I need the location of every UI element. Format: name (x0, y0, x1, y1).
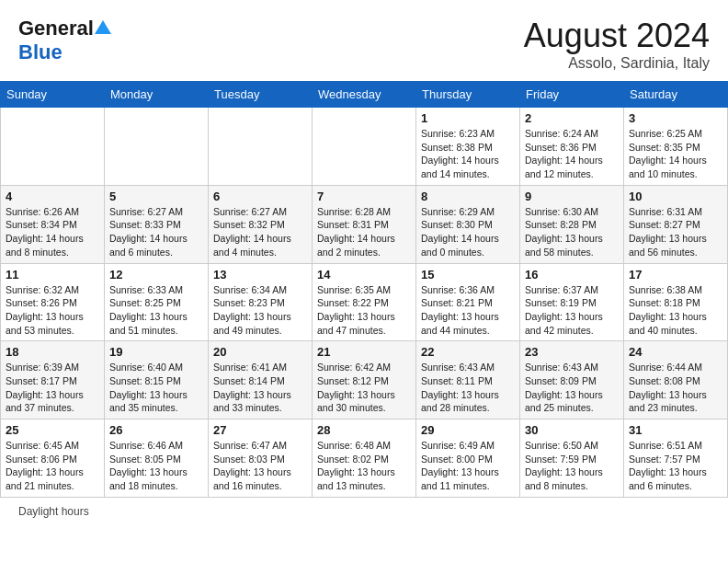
day-number: 10 (629, 190, 722, 203)
calendar-week-row: 4Sunrise: 6:26 AM Sunset: 8:34 PM Daylig… (1, 185, 728, 263)
day-info: Sunrise: 6:51 AM Sunset: 7:57 PM Dayligh… (629, 439, 722, 493)
day-info: Sunrise: 6:27 AM Sunset: 8:32 PM Dayligh… (213, 205, 307, 259)
day-info: Sunrise: 6:42 AM Sunset: 8:12 PM Dayligh… (317, 361, 411, 415)
weekday-header-cell: Saturday (624, 82, 728, 108)
page-header: General Blue August 2024 Assolo, Sardini… (0, 0, 728, 81)
day-number: 5 (109, 190, 203, 203)
day-info: Sunrise: 6:50 AM Sunset: 7:59 PM Dayligh… (525, 439, 619, 493)
calendar-day-cell: 18Sunrise: 6:39 AM Sunset: 8:17 PM Dayli… (1, 341, 105, 419)
weekday-header-cell: Monday (105, 82, 209, 108)
calendar-day-cell: 8Sunrise: 6:29 AM Sunset: 8:30 PM Daylig… (416, 185, 520, 263)
weekday-header-cell: Sunday (1, 82, 105, 108)
title-block: August 2024 Assolo, Sardinia, Italy (524, 17, 710, 72)
day-info: Sunrise: 6:26 AM Sunset: 8:34 PM Dayligh… (6, 205, 99, 259)
day-number: 8 (421, 190, 515, 203)
day-number: 25 (6, 423, 99, 437)
calendar-day-cell: 15Sunrise: 6:36 AM Sunset: 8:21 PM Dayli… (416, 263, 520, 341)
day-info: Sunrise: 6:32 AM Sunset: 8:26 PM Dayligh… (6, 283, 99, 338)
day-number: 31 (629, 423, 722, 437)
calendar-day-cell: 22Sunrise: 6:43 AM Sunset: 8:11 PM Dayli… (416, 341, 520, 419)
calendar-day-cell: 25Sunrise: 6:45 AM Sunset: 8:06 PM Dayli… (1, 419, 105, 498)
calendar-week-row: 11Sunrise: 6:32 AM Sunset: 8:26 PM Dayli… (1, 263, 728, 341)
day-info: Sunrise: 6:25 AM Sunset: 8:35 PM Dayligh… (629, 127, 722, 181)
day-number: 7 (317, 190, 411, 203)
calendar-day-cell: 14Sunrise: 6:35 AM Sunset: 8:22 PM Dayli… (313, 263, 416, 341)
calendar-day-cell: 29Sunrise: 6:49 AM Sunset: 8:00 PM Dayli… (416, 419, 520, 498)
day-info: Sunrise: 6:34 AM Sunset: 8:23 PM Dayligh… (213, 283, 307, 338)
day-number: 20 (213, 345, 307, 359)
calendar-day-cell: 12Sunrise: 6:33 AM Sunset: 8:25 PM Dayli… (105, 263, 209, 341)
day-info: Sunrise: 6:23 AM Sunset: 8:38 PM Dayligh… (421, 127, 515, 181)
day-number: 18 (6, 345, 99, 359)
day-info: Sunrise: 6:35 AM Sunset: 8:22 PM Dayligh… (317, 283, 411, 338)
calendar-day-cell: 26Sunrise: 6:46 AM Sunset: 8:05 PM Dayli… (105, 419, 209, 498)
day-number: 1 (421, 111, 515, 125)
day-number: 15 (421, 268, 515, 282)
day-info: Sunrise: 6:36 AM Sunset: 8:21 PM Dayligh… (421, 283, 515, 338)
calendar-day-cell: 1Sunrise: 6:23 AM Sunset: 8:38 PM Daylig… (416, 108, 520, 186)
day-number: 17 (629, 268, 722, 282)
calendar-day-cell: 2Sunrise: 6:24 AM Sunset: 8:36 PM Daylig… (520, 108, 624, 186)
day-number: 19 (109, 345, 203, 359)
day-number: 24 (629, 345, 722, 359)
calendar-day-cell: 4Sunrise: 6:26 AM Sunset: 8:34 PM Daylig… (1, 185, 105, 263)
day-number: 14 (317, 268, 411, 282)
calendar-day-cell: 11Sunrise: 6:32 AM Sunset: 8:26 PM Dayli… (1, 263, 105, 341)
calendar-week-row: 25Sunrise: 6:45 AM Sunset: 8:06 PM Dayli… (1, 419, 728, 498)
calendar-day-cell (105, 108, 209, 186)
day-info: Sunrise: 6:43 AM Sunset: 8:11 PM Dayligh… (421, 361, 515, 415)
day-number: 9 (525, 190, 619, 203)
day-number: 16 (525, 268, 619, 282)
logo-blue-text: Blue (18, 40, 63, 64)
day-number: 6 (213, 190, 307, 203)
calendar-day-cell: 27Sunrise: 6:47 AM Sunset: 8:03 PM Dayli… (209, 419, 313, 498)
day-number: 21 (317, 345, 411, 359)
calendar-day-cell (313, 108, 416, 186)
calendar-day-cell: 6Sunrise: 6:27 AM Sunset: 8:32 PM Daylig… (209, 185, 313, 263)
day-info: Sunrise: 6:28 AM Sunset: 8:31 PM Dayligh… (317, 205, 411, 259)
calendar-week-row: 1Sunrise: 6:23 AM Sunset: 8:38 PM Daylig… (1, 108, 728, 186)
day-info: Sunrise: 6:44 AM Sunset: 8:08 PM Dayligh… (629, 361, 722, 415)
calendar-day-cell: 23Sunrise: 6:43 AM Sunset: 8:09 PM Dayli… (520, 341, 624, 419)
calendar-day-cell: 3Sunrise: 6:25 AM Sunset: 8:35 PM Daylig… (624, 108, 728, 186)
calendar-day-cell: 21Sunrise: 6:42 AM Sunset: 8:12 PM Dayli… (313, 341, 416, 419)
weekday-header-cell: Tuesday (209, 82, 313, 108)
logo: General Blue (18, 17, 111, 64)
calendar-day-cell: 16Sunrise: 6:37 AM Sunset: 8:19 PM Dayli… (520, 263, 624, 341)
day-info: Sunrise: 6:43 AM Sunset: 8:09 PM Dayligh… (525, 361, 619, 415)
location-subtitle: Assolo, Sardinia, Italy (524, 55, 710, 72)
calendar-day-cell: 31Sunrise: 6:51 AM Sunset: 7:57 PM Dayli… (624, 419, 728, 498)
month-year-title: August 2024 (524, 17, 710, 55)
day-info: Sunrise: 6:31 AM Sunset: 8:27 PM Dayligh… (629, 205, 722, 259)
calendar-day-cell (1, 108, 105, 186)
weekday-header-cell: Wednesday (313, 82, 416, 108)
day-number: 26 (109, 423, 203, 437)
calendar-table: SundayMondayTuesdayWednesdayThursdayFrid… (0, 81, 728, 498)
day-number: 22 (421, 345, 515, 359)
calendar-day-cell: 7Sunrise: 6:28 AM Sunset: 8:31 PM Daylig… (313, 185, 416, 263)
day-number: 2 (525, 111, 619, 125)
calendar-day-cell: 5Sunrise: 6:27 AM Sunset: 8:33 PM Daylig… (105, 185, 209, 263)
day-number: 4 (6, 190, 99, 203)
day-info: Sunrise: 6:37 AM Sunset: 8:19 PM Dayligh… (525, 283, 619, 338)
calendar-day-cell: 28Sunrise: 6:48 AM Sunset: 8:02 PM Dayli… (313, 419, 416, 498)
day-number: 12 (109, 268, 203, 282)
day-info: Sunrise: 6:33 AM Sunset: 8:25 PM Dayligh… (109, 283, 203, 338)
weekday-header-cell: Thursday (416, 82, 520, 108)
day-info: Sunrise: 6:49 AM Sunset: 8:00 PM Dayligh… (421, 439, 515, 493)
weekday-header-cell: Friday (520, 82, 624, 108)
day-info: Sunrise: 6:27 AM Sunset: 8:33 PM Dayligh… (109, 205, 203, 259)
logo-triangle-icon (95, 20, 111, 34)
day-info: Sunrise: 6:24 AM Sunset: 8:36 PM Dayligh… (525, 127, 619, 181)
calendar-day-cell: 17Sunrise: 6:38 AM Sunset: 8:18 PM Dayli… (624, 263, 728, 341)
day-info: Sunrise: 6:29 AM Sunset: 8:30 PM Dayligh… (421, 205, 515, 259)
logo-general-text: General (18, 17, 94, 40)
day-info: Sunrise: 6:46 AM Sunset: 8:05 PM Dayligh… (109, 439, 203, 493)
weekday-header-row: SundayMondayTuesdayWednesdayThursdayFrid… (1, 82, 728, 108)
calendar-week-row: 18Sunrise: 6:39 AM Sunset: 8:17 PM Dayli… (1, 341, 728, 419)
day-info: Sunrise: 6:40 AM Sunset: 8:15 PM Dayligh… (109, 361, 203, 415)
day-info: Sunrise: 6:45 AM Sunset: 8:06 PM Dayligh… (6, 439, 99, 493)
calendar-day-cell: 24Sunrise: 6:44 AM Sunset: 8:08 PM Dayli… (624, 341, 728, 419)
day-info: Sunrise: 6:38 AM Sunset: 8:18 PM Dayligh… (629, 283, 722, 338)
calendar-day-cell (209, 108, 313, 186)
